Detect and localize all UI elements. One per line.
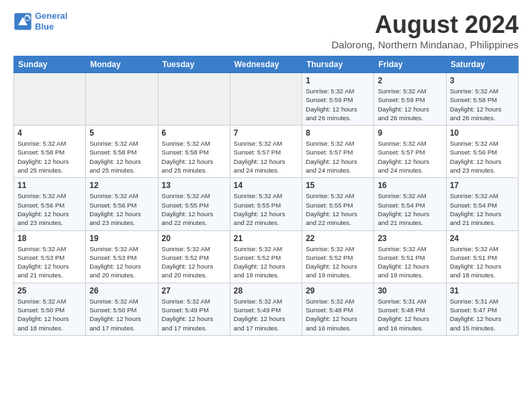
day-content: Sunrise: 5:32 AM Sunset: 5:56 PM Dayligh… [450,139,515,175]
day-content: Sunrise: 5:32 AM Sunset: 5:51 PM Dayligh… [450,244,515,280]
calendar-cell: 5Sunrise: 5:32 AM Sunset: 5:58 PM Daylig… [86,126,158,178]
header: General Blue August 2024 Dalorong, North… [13,11,519,50]
calendar-table: SundayMondayTuesdayWednesdayThursdayFrid… [13,56,519,336]
day-content: Sunrise: 5:32 AM Sunset: 5:56 PM Dayligh… [89,191,154,227]
calendar-cell: 26Sunrise: 5:32 AM Sunset: 5:50 PM Dayli… [86,283,158,335]
day-number: 19 [89,234,154,243]
day-number: 18 [17,234,82,243]
day-number: 4 [17,128,82,138]
day-content: Sunrise: 5:32 AM Sunset: 5:59 PM Dayligh… [378,87,442,122]
day-content: Sunrise: 5:32 AM Sunset: 5:55 PM Dayligh… [234,191,298,227]
day-number: 21 [234,234,298,243]
weekday-header: Sunday [14,56,86,73]
day-content: Sunrise: 5:32 AM Sunset: 5:57 PM Dayligh… [306,139,370,175]
calendar-cell: 18Sunrise: 5:32 AM Sunset: 5:53 PM Dayli… [14,230,86,283]
weekday-header: Saturday [446,56,518,73]
day-content: Sunrise: 5:32 AM Sunset: 5:48 PM Dayligh… [306,297,370,332]
day-content: Sunrise: 5:32 AM Sunset: 5:57 PM Dayligh… [234,139,298,175]
day-content: Sunrise: 5:32 AM Sunset: 5:52 PM Dayligh… [162,244,226,280]
title-area: August 2024 Dalorong, Northern Mindanao,… [332,11,519,50]
calendar-subtitle: Dalorong, Northern Mindanao, Philippines [332,39,519,50]
calendar-week: 18Sunrise: 5:32 AM Sunset: 5:53 PM Dayli… [14,230,519,283]
calendar-week: 25Sunrise: 5:32 AM Sunset: 5:50 PM Dayli… [14,283,519,335]
day-number: 30 [378,286,442,295]
day-number: 7 [234,128,298,138]
calendar-cell: 1Sunrise: 5:32 AM Sunset: 5:59 PM Daylig… [302,73,374,126]
day-content: Sunrise: 5:32 AM Sunset: 5:58 PM Dayligh… [450,87,515,122]
calendar-cell: 23Sunrise: 5:32 AM Sunset: 5:51 PM Dayli… [374,230,446,283]
day-content: Sunrise: 5:32 AM Sunset: 5:55 PM Dayligh… [306,191,370,227]
calendar-cell: 12Sunrise: 5:32 AM Sunset: 5:56 PM Dayli… [86,178,158,230]
weekday-header: Friday [374,56,446,73]
day-number: 27 [162,286,226,295]
day-number: 11 [17,181,82,190]
calendar-cell: 3Sunrise: 5:32 AM Sunset: 5:58 PM Daylig… [446,73,518,126]
calendar-cell: 22Sunrise: 5:32 AM Sunset: 5:52 PM Dayli… [302,230,374,283]
calendar-cell: 6Sunrise: 5:32 AM Sunset: 5:58 PM Daylig… [158,126,230,178]
calendar-week: 4Sunrise: 5:32 AM Sunset: 5:58 PM Daylig… [14,126,519,178]
calendar-cell: 11Sunrise: 5:32 AM Sunset: 5:56 PM Dayli… [14,178,86,230]
day-content: Sunrise: 5:32 AM Sunset: 5:58 PM Dayligh… [89,139,154,175]
day-content: Sunrise: 5:32 AM Sunset: 5:55 PM Dayligh… [162,191,226,227]
day-number: 8 [306,128,370,138]
day-number: 24 [450,234,515,243]
day-number: 20 [162,234,226,243]
day-content: Sunrise: 5:32 AM Sunset: 5:58 PM Dayligh… [162,139,226,175]
day-number: 26 [89,286,154,295]
calendar-cell [230,73,302,126]
day-number: 14 [234,181,298,190]
calendar-cell [86,73,158,126]
day-number: 28 [234,286,298,295]
weekday-header: Thursday [302,56,374,73]
day-number: 31 [450,286,515,295]
calendar-cell: 25Sunrise: 5:32 AM Sunset: 5:50 PM Dayli… [14,283,86,335]
calendar-cell: 10Sunrise: 5:32 AM Sunset: 5:56 PM Dayli… [446,126,518,178]
calendar-week: 11Sunrise: 5:32 AM Sunset: 5:56 PM Dayli… [14,178,519,230]
day-number: 3 [450,76,515,85]
day-content: Sunrise: 5:31 AM Sunset: 5:48 PM Dayligh… [378,297,442,332]
day-content: Sunrise: 5:32 AM Sunset: 5:49 PM Dayligh… [234,297,298,332]
day-content: Sunrise: 5:32 AM Sunset: 5:58 PM Dayligh… [17,139,82,175]
day-number: 16 [378,181,442,190]
calendar-cell: 2Sunrise: 5:32 AM Sunset: 5:59 PM Daylig… [374,73,446,126]
day-content: Sunrise: 5:32 AM Sunset: 5:54 PM Dayligh… [450,191,515,227]
calendar-cell: 14Sunrise: 5:32 AM Sunset: 5:55 PM Dayli… [230,178,302,230]
day-content: Sunrise: 5:31 AM Sunset: 5:47 PM Dayligh… [450,297,515,332]
day-number: 10 [450,128,515,138]
day-content: Sunrise: 5:32 AM Sunset: 5:50 PM Dayligh… [17,297,82,332]
day-content: Sunrise: 5:32 AM Sunset: 5:51 PM Dayligh… [378,244,442,280]
day-number: 25 [17,286,82,295]
day-number: 12 [89,181,154,190]
day-number: 6 [162,128,226,138]
day-number: 15 [306,181,370,190]
calendar-cell: 30Sunrise: 5:31 AM Sunset: 5:48 PM Dayli… [374,283,446,335]
day-content: Sunrise: 5:32 AM Sunset: 5:53 PM Dayligh… [89,244,154,280]
calendar-cell: 13Sunrise: 5:32 AM Sunset: 5:55 PM Dayli… [158,178,230,230]
day-content: Sunrise: 5:32 AM Sunset: 5:57 PM Dayligh… [378,139,442,175]
calendar-cell: 27Sunrise: 5:32 AM Sunset: 5:49 PM Dayli… [158,283,230,335]
day-content: Sunrise: 5:32 AM Sunset: 5:49 PM Dayligh… [162,297,226,332]
calendar-cell: 8Sunrise: 5:32 AM Sunset: 5:57 PM Daylig… [302,126,374,178]
logo-line1: General [35,11,67,21]
logo-line2: Blue [35,21,67,32]
calendar-header: SundayMondayTuesdayWednesdayThursdayFrid… [14,56,519,73]
calendar-cell [158,73,230,126]
day-content: Sunrise: 5:32 AM Sunset: 5:53 PM Dayligh… [17,244,82,280]
calendar-cell: 17Sunrise: 5:32 AM Sunset: 5:54 PM Dayli… [446,178,518,230]
day-content: Sunrise: 5:32 AM Sunset: 5:50 PM Dayligh… [89,297,154,332]
calendar-cell: 16Sunrise: 5:32 AM Sunset: 5:54 PM Dayli… [374,178,446,230]
calendar-cell: 24Sunrise: 5:32 AM Sunset: 5:51 PM Dayli… [446,230,518,283]
day-number: 9 [378,128,442,138]
calendar-title: August 2024 [332,11,519,39]
calendar-cell: 21Sunrise: 5:32 AM Sunset: 5:52 PM Dayli… [230,230,302,283]
calendar-cell: 28Sunrise: 5:32 AM Sunset: 5:49 PM Dayli… [230,283,302,335]
logo-icon [13,12,32,31]
weekday-header: Wednesday [230,56,302,73]
weekday-header: Monday [86,56,158,73]
day-number: 22 [306,234,370,243]
calendar-body: 1Sunrise: 5:32 AM Sunset: 5:59 PM Daylig… [14,73,519,336]
weekday-header: Tuesday [158,56,230,73]
calendar-cell: 20Sunrise: 5:32 AM Sunset: 5:52 PM Dayli… [158,230,230,283]
day-number: 5 [89,128,154,138]
logo: General Blue [13,11,67,32]
